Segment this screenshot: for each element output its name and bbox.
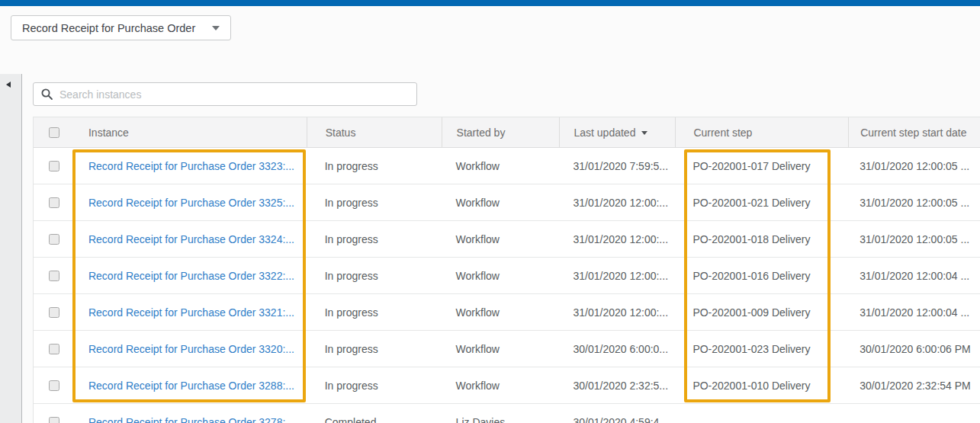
started-by-cell: Workflow [442, 331, 560, 367]
table-row: Record Receipt for Purchase Order 3320:.… [34, 331, 980, 367]
row-checkbox-cell [34, 148, 75, 184]
current-step-start-date-cell: 31/01/2020 12:00:05 ... [848, 148, 980, 184]
instance-cell: Record Receipt for Purchase Order 3321:.… [75, 294, 307, 330]
row-checkbox-cell [34, 404, 75, 423]
instance-link[interactable]: Record Receipt for Purchase Order 3320:.… [88, 343, 294, 355]
workflow-selector-dropdown[interactable]: Record Receipt for Purchase Order [11, 15, 231, 40]
current-step-cell [675, 404, 848, 423]
table-row: Record Receipt for Purchase Order 3322:.… [34, 258, 980, 294]
column-header-last-updated[interactable]: Last updated [559, 117, 675, 147]
last-updated-cell: 31/01/2020 12:00:... [559, 294, 675, 330]
table-row: Record Receipt for Purchase Order 3288:.… [34, 367, 980, 404]
current-step-cell: PO-202001-010 Delivery [675, 367, 848, 403]
chevron-down-icon [212, 26, 220, 30]
collapsed-side-panel [0, 74, 22, 423]
current-step-cell: PO-202001-009 Delivery [675, 294, 848, 330]
last-updated-label: Last updated [574, 127, 635, 139]
current-step-start-date-cell: 30/01/2020 2:32:54 PM [848, 367, 980, 403]
row-checkbox[interactable] [49, 161, 59, 171]
started-by-cell: Workflow [442, 367, 560, 403]
last-updated-cell: 31/01/2020 12:00:... [559, 184, 675, 220]
row-checkbox-cell [34, 258, 75, 293]
column-header-started-by[interactable]: Started by [442, 117, 560, 147]
instance-table-body: Record Receipt for Purchase Order 3323:.… [34, 148, 980, 423]
instance-table-header: Instance Status Started by Last updated … [34, 117, 980, 148]
instance-table: Instance Status Started by Last updated … [33, 117, 980, 423]
row-checkbox[interactable] [49, 380, 59, 391]
table-row: Record Receipt for Purchase Order 3278:.… [34, 404, 980, 423]
column-header-current-step-start-date[interactable]: Current step start date [848, 117, 980, 147]
current-step-cell: PO-202001-023 Delivery [675, 331, 848, 367]
search-icon [40, 88, 53, 101]
last-updated-cell: 31/01/2020 12:00:... [559, 258, 675, 293]
instance-link[interactable]: Record Receipt for Purchase Order 3324:.… [88, 233, 294, 245]
workflow-selector-value: Record Receipt for Purchase Order [22, 22, 206, 34]
instance-link[interactable]: Record Receipt for Purchase Order 3278:.… [88, 416, 294, 423]
instance-cell: Record Receipt for Purchase Order 3324:.… [75, 221, 307, 257]
workflow-instances-page: Record Receipt for Purchase Order Instan… [0, 0, 980, 423]
last-updated-cell: 31/01/2020 7:59:5... [559, 148, 675, 184]
row-checkbox-cell [34, 184, 75, 220]
last-updated-cell: 30/01/2020 6:00:0... [559, 331, 675, 367]
search-input[interactable] [59, 88, 410, 101]
instance-cell: Record Receipt for Purchase Order 3325:.… [75, 184, 307, 220]
table-row: Record Receipt for Purchase Order 3321:.… [34, 294, 980, 331]
status-cell: In progress [307, 258, 442, 293]
instance-cell: Record Receipt for Purchase Order 3323:.… [75, 148, 307, 184]
row-checkbox[interactable] [49, 307, 59, 318]
current-step-start-date-cell: 31/01/2020 12:00:05 ... [848, 184, 980, 220]
started-by-cell: Liz Davies [442, 404, 560, 423]
top-accent-bar [0, 0, 980, 6]
last-updated-cell: 30/01/2020 2:32:5... [559, 367, 675, 403]
instance-link[interactable]: Record Receipt for Purchase Order 3323:.… [88, 160, 294, 172]
instance-link[interactable]: Record Receipt for Purchase Order 3325:.… [88, 197, 294, 209]
header-checkbox-cell [34, 117, 75, 147]
last-updated-cell: 30/01/2020 4:59:4... [559, 404, 675, 423]
instance-cell: Record Receipt for Purchase Order 3288:.… [75, 367, 307, 403]
status-cell: In progress [307, 221, 442, 257]
current-step-cell: PO-202001-016 Delivery [675, 258, 848, 293]
table-row: Record Receipt for Purchase Order 3325:.… [34, 184, 980, 221]
row-checkbox[interactable] [49, 234, 59, 245]
status-cell: In progress [307, 367, 442, 403]
select-all-checkbox[interactable] [49, 127, 59, 138]
row-checkbox-cell [34, 367, 75, 403]
row-checkbox[interactable] [49, 271, 59, 281]
started-by-cell: Workflow [442, 258, 560, 293]
current-step-start-date-cell: 31/01/2020 12:00:04 ... [848, 294, 980, 330]
current-step-cell: PO-202001-017 Delivery [675, 148, 848, 184]
started-by-cell: Workflow [442, 221, 560, 257]
instance-link[interactable]: Record Receipt for Purchase Order 3321:.… [88, 306, 294, 319]
row-checkbox-cell [34, 331, 75, 367]
instance-cell: Record Receipt for Purchase Order 3278:.… [75, 404, 307, 423]
status-cell: In progress [307, 331, 442, 367]
column-header-instance[interactable]: Instance [75, 117, 307, 147]
instance-link[interactable]: Record Receipt for Purchase Order 3288:.… [88, 380, 294, 392]
row-checkbox-cell [34, 221, 75, 257]
started-by-cell: Workflow [442, 294, 560, 330]
last-updated-cell: 31/01/2020 12:00:... [559, 221, 675, 257]
status-cell: Completed [307, 404, 442, 423]
status-cell: In progress [307, 294, 442, 330]
current-step-start-date-cell [848, 404, 980, 423]
current-step-start-date-cell: 30/01/2020 6:00:06 PM [848, 331, 980, 367]
column-header-status[interactable]: Status [307, 117, 442, 147]
sort-descending-icon [641, 131, 647, 135]
column-header-current-step[interactable]: Current step [675, 117, 848, 147]
instance-link[interactable]: Record Receipt for Purchase Order 3322:.… [88, 270, 294, 282]
started-by-cell: Workflow [442, 148, 560, 184]
instance-cell: Record Receipt for Purchase Order 3322:.… [75, 258, 307, 293]
current-step-cell: PO-202001-018 Delivery [675, 221, 848, 257]
current-step-cell: PO-202001-021 Delivery [675, 184, 848, 220]
started-by-cell: Workflow [442, 184, 560, 220]
collapse-panel-icon[interactable] [6, 82, 11, 88]
current-step-start-date-cell: 31/01/2020 12:00:05 ... [848, 221, 980, 257]
search-instances-box [33, 82, 417, 106]
table-row: Record Receipt for Purchase Order 3324:.… [34, 221, 980, 258]
status-cell: In progress [307, 184, 442, 220]
row-checkbox[interactable] [49, 197, 59, 208]
table-row: Record Receipt for Purchase Order 3323:.… [34, 148, 980, 184]
row-checkbox[interactable] [49, 344, 59, 354]
row-checkbox[interactable] [49, 417, 59, 423]
row-checkbox-cell [34, 294, 75, 330]
